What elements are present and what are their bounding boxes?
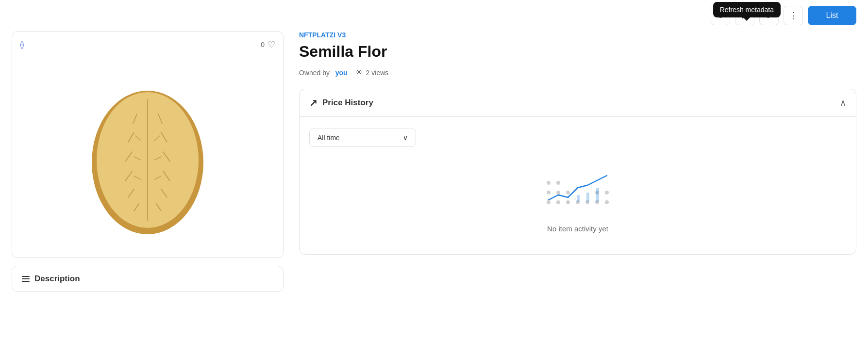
panel-header-left: ↗ Price History — [309, 97, 373, 109]
svg-point-24 — [556, 181, 560, 185]
svg-rect-35 — [577, 195, 580, 202]
left-panel: ⟠ 0 ♡ — [12, 31, 284, 292]
time-filter-label: All time — [317, 134, 340, 142]
price-history-body: All time ∨ — [300, 117, 856, 254]
hamburger-icon — [22, 276, 30, 282]
more-icon: ⋮ — [789, 10, 798, 21]
no-activity-label: No item activity yet — [547, 225, 608, 233]
owned-by-label: Owned by you — [299, 69, 348, 77]
chevron-up-icon: ∧ — [840, 97, 846, 108]
empty-chart-icon — [544, 168, 612, 217]
nft-image-container — [20, 56, 275, 250]
nft-image — [80, 61, 216, 245]
nft-card-header: ⟠ 0 ♡ — [20, 39, 275, 50]
price-history-panel: ↗ Price History ∧ All time ∨ — [299, 89, 856, 255]
ethereum-icon: ⟠ — [20, 39, 24, 50]
trend-icon: ↗ — [309, 97, 317, 109]
like-count: 0 — [261, 41, 265, 48]
views-count: 2 views — [366, 69, 389, 77]
no-activity-section: No item activity yet — [309, 159, 846, 242]
list-button[interactable]: List — [808, 6, 856, 25]
ownership-row: Owned by you 👁 2 views — [299, 68, 856, 77]
description-header: Description — [22, 274, 273, 284]
like-section: 0 ♡ — [261, 39, 275, 50]
svg-point-25 — [556, 191, 560, 194]
description-card: Description — [12, 266, 284, 292]
svg-point-21 — [547, 181, 551, 185]
views-section: 👁 2 views — [355, 68, 389, 77]
refresh-tooltip-label: Refresh metadata — [720, 6, 774, 14]
owner-link[interactable]: you — [335, 69, 348, 77]
price-history-title: Price History — [322, 98, 373, 108]
collection-label[interactable]: NFTPLATZI V3 — [299, 31, 856, 39]
svg-point-34 — [605, 191, 609, 194]
chevron-down-icon: ∨ — [403, 134, 408, 142]
heart-icon[interactable]: ♡ — [267, 39, 275, 50]
main-content: ⟠ 0 ♡ — [0, 31, 868, 304]
description-title: Description — [34, 274, 80, 284]
right-panel: NFTPLATZI V3 Semilla Flor Owned by you 👁… — [299, 31, 856, 292]
price-history-header[interactable]: ↗ Price History ∧ — [300, 89, 856, 117]
top-bar: Refresh metadata ↺ ▶ ⤴ ⋮ List — [0, 0, 868, 31]
svg-point-32 — [605, 200, 609, 204]
svg-point-26 — [556, 200, 560, 204]
refresh-tooltip: Refresh metadata — [713, 2, 781, 17]
nft-title: Semilla Flor — [299, 43, 856, 61]
svg-point-28 — [566, 200, 570, 204]
nft-card: ⟠ 0 ♡ — [12, 31, 284, 258]
svg-point-22 — [547, 191, 551, 194]
eye-icon: 👁 — [355, 68, 363, 77]
time-filter-dropdown[interactable]: All time ∨ — [309, 129, 416, 147]
svg-rect-37 — [596, 188, 599, 202]
svg-point-27 — [566, 191, 570, 194]
list-button-label: List — [826, 11, 838, 20]
svg-rect-36 — [586, 193, 589, 202]
more-button[interactable]: ⋮ — [784, 6, 803, 25]
svg-point-23 — [547, 200, 551, 204]
